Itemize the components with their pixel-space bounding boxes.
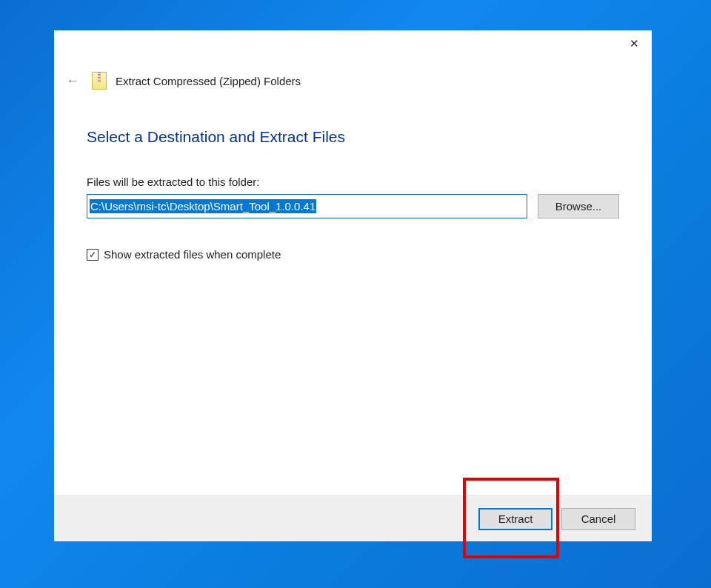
extract-button[interactable]: Extract [478,508,553,530]
dialog-footer: Extract Cancel [54,495,652,541]
close-icon: ✕ [630,37,639,50]
show-files-checkbox[interactable]: ✓ [87,249,99,261]
path-selected-text: C:\Users\msi-tc\Desktop\Smart_Tool_1.0.0… [90,199,316,213]
browse-button[interactable]: Browse... [538,194,619,218]
show-files-checkbox-row[interactable]: ✓ Show extracted files when complete [87,248,619,261]
show-files-label: Show extracted files when complete [104,248,281,261]
destination-path-input[interactable]: C:\Users\msi-tc\Desktop\Smart_Tool_1.0.0… [87,194,527,218]
dialog-header: ← Extract Compressed (Zipped) Folders [54,72,652,90]
cancel-button[interactable]: Cancel [561,508,635,530]
checkmark-icon: ✓ [89,250,96,259]
zip-folder-icon [92,72,107,90]
path-row: C:\Users\msi-tc\Desktop\Smart_Tool_1.0.0… [87,194,619,218]
main-heading: Select a Destination and Extract Files [87,128,619,146]
folder-label: Files will be extracted to this folder: [87,176,619,188]
extract-dialog: ✕ ← Extract Compressed (Zipped) Folders … [54,30,652,541]
dialog-content: Select a Destination and Extract Files F… [54,90,652,495]
back-button[interactable]: ← [64,73,81,89]
close-button[interactable]: ✕ [616,30,652,57]
arrow-left-icon: ← [66,73,79,89]
titlebar: ✕ [54,30,652,63]
dialog-title: Extract Compressed (Zipped) Folders [116,75,301,87]
